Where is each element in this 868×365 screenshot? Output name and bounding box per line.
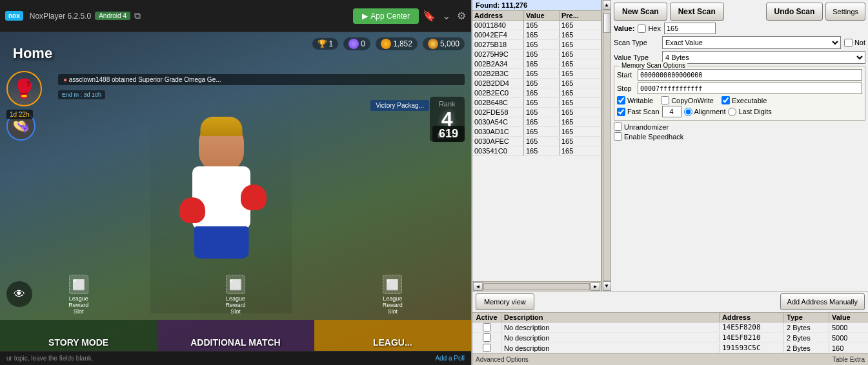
nox-toolbar-icons: 🔖 ⌄ ⚙: [423, 10, 466, 22]
table-row[interactable]: 0030AD1C 165 165: [472, 127, 601, 137]
not-label: Not: [854, 39, 865, 46]
scroll-down-arrow[interactable]: ▼: [603, 281, 611, 291]
writable-label: Writable: [627, 97, 653, 104]
value-cell: 160: [829, 344, 868, 353]
prev-cell: 165: [560, 30, 595, 39]
stars-resource: 0: [343, 37, 370, 50]
writable-check-input[interactable]: [617, 96, 625, 104]
app-center-button[interactable]: ▶ App Center: [353, 8, 419, 24]
scroll-horizontal-track[interactable]: [483, 283, 590, 290]
val-cell: 165: [524, 69, 560, 78]
gear-icon[interactable]: ⚙: [457, 10, 466, 22]
game-home-label: Home: [13, 45, 52, 62]
alignment-label: Alignment: [694, 108, 726, 115]
table-row[interactable]: 003541C0 165 165: [472, 146, 601, 156]
scroll-vertical-track[interactable]: [603, 10, 611, 281]
prev-cell: 165: [560, 137, 595, 146]
scroll-right-arrow[interactable]: ►: [590, 282, 600, 291]
ce-horizontal-scrollbar[interactable]: ◄ ►: [472, 281, 601, 291]
undo-scan-button[interactable]: Undo Scan: [766, 3, 823, 21]
ce-bottom-address-list: Active Description Address Type Value No…: [472, 312, 868, 353]
settings-button[interactable]: Settings: [825, 3, 865, 21]
memory-options-checkboxes: Writable CopyOnWrite Executable: [617, 96, 862, 104]
list-item[interactable]: No description 14E5F8208 2 Bytes 5000: [472, 322, 868, 333]
addr-cell: 002B2EC0: [472, 88, 524, 97]
ce-status-bar: Advanced Options Table Extra: [472, 353, 868, 365]
type-cell: 2 Bytes: [784, 344, 829, 353]
char-glove-left: [179, 197, 205, 223]
table-row[interactable]: 002B2B3C 165 165: [472, 69, 601, 79]
table-row[interactable]: 002FDE58 165 165: [472, 108, 601, 117]
scroll-up-arrow[interactable]: ▲: [603, 0, 611, 10]
add-poll-link[interactable]: Add a Poll: [435, 355, 465, 362]
val-cell: 165: [524, 88, 560, 97]
copyonwrite-check-input[interactable]: [661, 96, 669, 104]
memory-scan-options: Memory Scan Options Start Stop Writable: [614, 66, 865, 121]
scroll-thumb[interactable]: [603, 14, 611, 33]
ce-controls-panel: New Scan Next Scan Undo Scan Settings Va…: [611, 0, 868, 291]
prev-cell: 165: [560, 59, 595, 68]
list-item[interactable]: No description 14E5F8210 2 Bytes 5000: [472, 333, 868, 343]
addr-cell: 002B2DD4: [472, 79, 524, 88]
memory-view-button[interactable]: Memory view: [476, 293, 534, 310]
alignment-radio: Alignment: [684, 108, 726, 116]
executable-check-input[interactable]: [722, 96, 730, 104]
table-row[interactable]: 00042EF4 165 165: [472, 30, 601, 40]
add-address-manually-button[interactable]: Add Address Manually: [780, 293, 865, 310]
prev-cell: 165: [560, 88, 595, 97]
memory-scan-group-title: Memory Scan Options: [620, 62, 687, 69]
start-row: Start: [617, 69, 862, 81]
ce-address-table: Address Value Pre... 00011840 165 165 00…: [472, 11, 601, 281]
chevron-down-icon[interactable]: ⌄: [442, 10, 450, 22]
val-cell: 165: [524, 108, 560, 117]
enable-speedhack-check-input[interactable]: [614, 132, 622, 141]
value-cell: 5000: [829, 333, 868, 342]
fast-scan-check-input[interactable]: [617, 108, 625, 116]
bottom-list-header: Active Description Address Type Value: [472, 313, 868, 322]
executable-label: Executable: [732, 97, 767, 104]
active-checkbox: [472, 343, 501, 353]
ce-found-count: Found: 111,276: [472, 0, 601, 11]
unrandomizer-check-input[interactable]: [614, 123, 622, 131]
list-item[interactable]: No description 191593C5C 2 Bytes 160: [472, 343, 868, 353]
stop-address-input[interactable]: [638, 83, 862, 94]
table-row[interactable]: 002B2EC0 165 165: [472, 88, 601, 98]
ce-address-list-panel: Found: 111,276 Address Value Pre... 0001…: [472, 0, 601, 291]
bookmark-icon[interactable]: 🔖: [423, 10, 436, 22]
scroll-left-arrow[interactable]: ◄: [473, 282, 483, 291]
last-digits-radio-input[interactable]: [728, 108, 736, 116]
table-row[interactable]: 00275H9C 165 165: [472, 50, 601, 59]
new-scan-button[interactable]: New Scan: [614, 3, 667, 21]
ce-vertical-scrollbar[interactable]: ▲ ▼: [601, 0, 611, 291]
next-scan-button[interactable]: Next Scan: [670, 3, 724, 21]
table-row[interactable]: 00011840 165 165: [472, 21, 601, 30]
writable-checkbox: Writable: [617, 96, 653, 104]
league-slot-1: ⬜ League Reward Slot: [0, 273, 157, 317]
fast-scan-value-input[interactable]: [662, 106, 681, 117]
scan-type-select[interactable]: Exact Value: [662, 36, 841, 49]
addr-cell: 002B2A34: [472, 59, 524, 68]
prev-cell: 165: [560, 127, 595, 136]
bottom-list-rows: No description 14E5F8208 2 Bytes 5000 No…: [472, 322, 868, 353]
table-row[interactable]: 002B648C 165 165: [472, 98, 601, 108]
active-checkbox: [472, 322, 501, 332]
table-row[interactable]: 002B2A34 165 165: [472, 59, 601, 69]
prev-cell: 165: [560, 108, 595, 117]
val-cell: 165: [524, 137, 560, 146]
val-cell: 165: [524, 30, 560, 39]
table-row[interactable]: 0030A54C 165 165: [472, 117, 601, 127]
start-address-input[interactable]: [638, 69, 862, 81]
value-input[interactable]: [664, 23, 716, 34]
not-check-input[interactable]: [844, 39, 853, 47]
table-row[interactable]: 00275B18 165 165: [472, 40, 601, 50]
value-type-select[interactable]: 4 Bytes: [662, 51, 865, 64]
addr-cell: 0030A54C: [472, 117, 524, 126]
col-previous-header: Pre...: [560, 11, 595, 20]
hex-check-input[interactable]: [638, 25, 646, 33]
app-center-icon: ▶: [362, 12, 368, 21]
char-shorts: [194, 226, 249, 259]
table-row[interactable]: 0030AFEC 165 165: [472, 137, 601, 146]
alignment-radio-input[interactable]: [684, 108, 692, 116]
addr-cell: 0030AD1C: [472, 127, 524, 136]
table-row[interactable]: 002B2DD4 165 165: [472, 79, 601, 88]
